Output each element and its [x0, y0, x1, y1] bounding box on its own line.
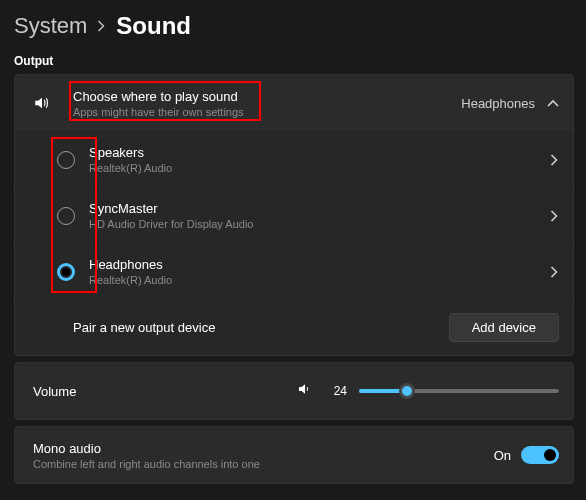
volume-value: 24 — [325, 384, 347, 398]
output-header-row[interactable]: Choose where to play sound Apps might ha… — [15, 75, 573, 131]
chevron-right-icon — [550, 266, 559, 278]
mono-subtitle: Combine left and right audio channels in… — [33, 458, 494, 470]
chevron-right-icon — [550, 210, 559, 222]
device-driver: Realtek(R) Audio — [89, 274, 550, 286]
output-title: Choose where to play sound — [73, 89, 461, 104]
volume-slider-thumb[interactable] — [399, 383, 415, 399]
device-row-syncmaster[interactable]: SyncMaster HD Audio Driver for Display A… — [15, 187, 573, 243]
device-name: Speakers — [89, 145, 550, 160]
mono-toggle[interactable] — [521, 446, 559, 464]
add-device-button[interactable]: Add device — [449, 313, 559, 342]
volume-slider[interactable] — [359, 382, 559, 400]
radio-speakers[interactable] — [57, 151, 75, 169]
section-output-label: Output — [14, 54, 574, 68]
speaker-small-icon[interactable] — [297, 381, 313, 401]
mono-row[interactable]: Mono audio Combine left and right audio … — [15, 427, 573, 483]
page-title: Sound — [116, 12, 191, 40]
current-output-device: Headphones — [461, 96, 535, 111]
toggle-knob — [544, 449, 556, 461]
mono-panel: Mono audio Combine left and right audio … — [14, 426, 574, 484]
chevron-right-icon — [97, 18, 106, 35]
chevron-up-icon — [547, 98, 559, 108]
device-name: Headphones — [89, 257, 550, 272]
chevron-right-icon — [550, 154, 559, 166]
volume-row: Volume 24 — [15, 363, 573, 419]
device-row-headphones[interactable]: Headphones Realtek(R) Audio — [15, 243, 573, 299]
mono-state-label: On — [494, 448, 511, 463]
volume-panel: Volume 24 — [14, 362, 574, 420]
pair-row: Pair a new output device Add device — [15, 299, 573, 355]
volume-label: Volume — [33, 384, 76, 399]
radio-syncmaster[interactable] — [57, 207, 75, 225]
device-name: SyncMaster — [89, 201, 550, 216]
output-subtitle: Apps might have their own settings — [73, 106, 461, 118]
output-panel: Choose where to play sound Apps might ha… — [14, 74, 574, 356]
breadcrumb: System Sound — [14, 12, 574, 40]
pair-label: Pair a new output device — [73, 320, 215, 335]
speaker-icon — [29, 94, 55, 112]
device-driver: HD Audio Driver for Display Audio — [89, 218, 550, 230]
radio-headphones[interactable] — [57, 263, 75, 281]
mono-title: Mono audio — [33, 441, 494, 456]
device-row-speakers[interactable]: Speakers Realtek(R) Audio — [15, 131, 573, 187]
device-driver: Realtek(R) Audio — [89, 162, 550, 174]
breadcrumb-system[interactable]: System — [14, 13, 87, 39]
